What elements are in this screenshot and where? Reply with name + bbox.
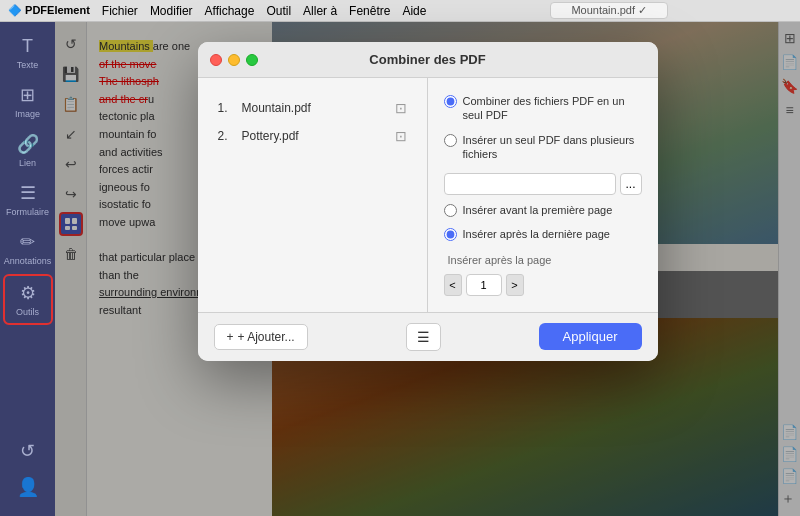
sidebar-item-image[interactable]: ⊞ Image <box>3 78 53 125</box>
minimize-button[interactable] <box>228 54 240 66</box>
radio-group: Combiner des fichiers PDF en un seul PDF… <box>444 94 642 161</box>
close-button[interactable] <box>210 54 222 66</box>
file-number-1: 1. <box>218 101 234 115</box>
radio-split-label: Insérer un seul PDF dans plusieurs fichi… <box>463 133 642 162</box>
radio-combine[interactable]: Combiner des fichiers PDF en un seul PDF <box>444 94 642 123</box>
combine-pdf-modal: Combiner des PDF 1. Mountain.pdf ⊡ <box>198 42 658 361</box>
image-icon: ⊞ <box>20 84 35 106</box>
radio-split-input[interactable] <box>444 134 457 147</box>
modal-file-list: 1. Mountain.pdf ⊡ 2. Pottery.pdf ⊡ <box>198 78 428 312</box>
add-label: + Ajouter... <box>238 330 295 344</box>
undo-icon: ↺ <box>20 440 35 462</box>
user-icon: 👤 <box>17 476 39 498</box>
radio-insert-before-input[interactable] <box>444 204 457 217</box>
sidebar-item-user[interactable]: 👤 <box>3 470 53 504</box>
file-item-1: 1. Mountain.pdf ⊡ <box>214 94 411 122</box>
modal-title: Combiner des PDF <box>369 52 485 67</box>
apply-button[interactable]: Appliquer <box>539 323 642 350</box>
sidebar-label-form: Formulaire <box>6 207 49 217</box>
sidebar-label-image: Image <box>15 109 40 119</box>
page-prev-btn[interactable]: < <box>444 274 462 296</box>
file-delete-1[interactable]: ⊡ <box>395 100 407 116</box>
annotations-icon: ✏ <box>20 231 35 253</box>
sidebar-label-tools: Outils <box>16 307 39 317</box>
sidebar-label-annotations: Annotations <box>4 256 52 266</box>
page-next-btn[interactable]: > <box>506 274 524 296</box>
tools-icon: ⚙ <box>20 282 36 304</box>
sidebar-item-annotations[interactable]: ✏ Annotations <box>3 225 53 272</box>
modal-options: Combiner des fichiers PDF en un seul PDF… <box>428 78 658 312</box>
file-number-2: 2. <box>218 129 234 143</box>
menu-affichage[interactable]: Affichage <box>205 4 255 18</box>
file-name-1: Mountain.pdf <box>242 101 311 115</box>
sidebar-item-link[interactable]: 🔗 Lien <box>3 127 53 174</box>
page-input-row: < > <box>444 274 642 296</box>
filename-input[interactable] <box>444 173 616 195</box>
link-icon: 🔗 <box>17 133 39 155</box>
input-row: ... <box>444 173 642 195</box>
insert-options: Insérer avant la première page Insérer a… <box>444 203 642 242</box>
main-content: ↺ 💾 📋 ↙ ↩ ↪ 🗑 Mo <box>55 22 800 516</box>
menu-modifier[interactable]: Modifier <box>150 4 193 18</box>
file-name-2: Pottery.pdf <box>242 129 299 143</box>
radio-split[interactable]: Insérer un seul PDF dans plusieurs fichi… <box>444 133 642 162</box>
insert-at-label: Insérer après la page <box>448 254 552 266</box>
menu-outil[interactable]: Outil <box>266 4 291 18</box>
radio-insert-after[interactable]: Insérer après la dernière page <box>444 227 642 241</box>
traffic-lights <box>210 54 258 66</box>
sidebar-label-link: Lien <box>19 158 36 168</box>
menu-aide[interactable]: Aide <box>402 4 426 18</box>
browse-button[interactable]: ... <box>620 173 642 195</box>
menu-bar-center: Mountain.pdf ✓ <box>426 2 792 19</box>
sidebar: T Texte ⊞ Image 🔗 Lien ☰ Formulaire ✏ An… <box>0 22 55 516</box>
menu-bar: 🔷 PDFElement Fichier Modifier Affichage … <box>0 0 800 22</box>
sidebar-item-form[interactable]: ☰ Formulaire <box>3 176 53 223</box>
radio-insert-after-label: Insérer après la dernière page <box>463 227 610 241</box>
radio-combine-input[interactable] <box>444 95 457 108</box>
menu-fichier[interactable]: Fichier <box>102 4 138 18</box>
modal-body: 1. Mountain.pdf ⊡ 2. Pottery.pdf ⊡ <box>198 78 658 312</box>
add-button[interactable]: + + Ajouter... <box>214 324 308 350</box>
app-name: PDFElement <box>25 4 90 16</box>
page-number-input[interactable] <box>466 274 502 296</box>
radio-insert-before[interactable]: Insérer avant la première page <box>444 203 642 217</box>
app-container: T Texte ⊞ Image 🔗 Lien ☰ Formulaire ✏ An… <box>0 22 800 516</box>
modal-overlay: Combiner des PDF 1. Mountain.pdf ⊡ <box>55 22 800 516</box>
modal-titlebar: Combiner des PDF <box>198 42 658 78</box>
add-icon: + <box>227 330 234 344</box>
sidebar-item-text[interactable]: T Texte <box>3 30 53 76</box>
modal-bottom-bar: + + Ajouter... ☰ Appliquer <box>198 312 658 361</box>
url-bar: Mountain.pdf ✓ <box>550 2 668 19</box>
file-delete-2[interactable]: ⊡ <box>395 128 407 144</box>
radio-combine-label: Combiner des fichiers PDF en un seul PDF <box>463 94 642 123</box>
sidebar-item-undo[interactable]: ↺ <box>3 434 53 468</box>
list-button[interactable]: ☰ <box>406 323 441 351</box>
form-icon: ☰ <box>20 182 36 204</box>
app-logo: 🔷 PDFElement <box>8 4 90 17</box>
radio-insert-after-input[interactable] <box>444 228 457 241</box>
menu-bar-left: 🔷 PDFElement Fichier Modifier Affichage … <box>8 4 426 18</box>
sidebar-item-tools[interactable]: ⚙ Outils <box>3 274 53 325</box>
text-icon: T <box>22 36 33 57</box>
menu-aller-a[interactable]: Aller à <box>303 4 337 18</box>
sidebar-label-text: Texte <box>17 60 39 70</box>
file-item-2: 2. Pottery.pdf ⊡ <box>214 122 411 150</box>
sidebar-bottom: ↺ 👤 <box>3 434 53 516</box>
radio-insert-before-label: Insérer avant la première page <box>463 203 613 217</box>
fullscreen-button[interactable] <box>246 54 258 66</box>
insert-at-row: Insérer après la page < > <box>444 250 642 296</box>
menu-fenetre[interactable]: Fenêtre <box>349 4 390 18</box>
